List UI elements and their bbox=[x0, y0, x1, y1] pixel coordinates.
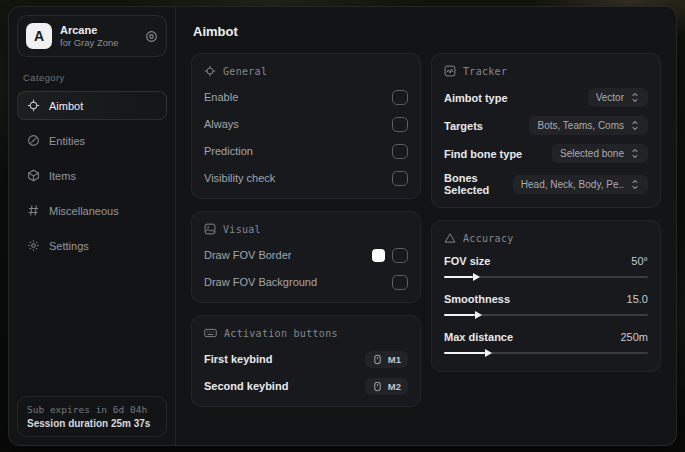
activity-icon bbox=[444, 65, 456, 77]
panel-accuracy: Accuracy FOV size 50° bbox=[431, 220, 661, 372]
checkbox-draw-fov-border[interactable] bbox=[392, 248, 408, 263]
setting-row-find-bone-type: Find bone type Selected bone bbox=[444, 144, 648, 163]
panel-visual: Visual Draw FOV Border Draw FOV Backgrou… bbox=[191, 211, 421, 303]
sidebar-item-miscellaneous[interactable]: Miscellaneous bbox=[17, 196, 167, 225]
select-value: Vector bbox=[596, 92, 624, 103]
checkbox-always[interactable] bbox=[392, 117, 408, 132]
setting-row-second-keybind: Second keybind M2 bbox=[204, 377, 408, 395]
keybind-button-second[interactable]: M2 bbox=[365, 378, 408, 395]
select-targets[interactable]: Bots, Teams, Coms bbox=[529, 116, 648, 135]
setting-label: Bones Selected bbox=[444, 172, 513, 196]
slider-fill bbox=[444, 276, 473, 278]
slider-value: 50° bbox=[631, 255, 648, 267]
checkbox-enable[interactable] bbox=[392, 90, 408, 105]
setting-label: Always bbox=[204, 118, 239, 130]
setting-row-prediction: Prediction bbox=[204, 142, 408, 160]
checkbox-visibility-check[interactable] bbox=[392, 171, 408, 186]
setting-row-first-keybind: First keybind M1 bbox=[204, 350, 408, 368]
panel-activation-header: Activation buttons bbox=[204, 327, 408, 339]
sidebar-item-entities[interactable]: Entities bbox=[17, 126, 167, 155]
sidebar-nav: Aimbot Entities It bbox=[17, 91, 167, 260]
select-aimbot-type[interactable]: Vector bbox=[588, 88, 648, 107]
cheat-menu-window: A Arcane for Gray Zone Category bbox=[8, 6, 677, 446]
sidebar-item-label: Aimbot bbox=[49, 100, 83, 112]
sidebar-item-label: Items bbox=[49, 170, 76, 182]
setting-label: Second keybind bbox=[204, 380, 288, 392]
aperture-icon[interactable] bbox=[145, 30, 158, 43]
checkbox-draw-fov-background[interactable] bbox=[392, 275, 408, 290]
checkbox-prediction[interactable] bbox=[392, 144, 408, 159]
sidebar-item-label: Settings bbox=[49, 240, 89, 252]
panel-general: General Enable Always Prediction bbox=[191, 53, 421, 199]
select-bones-selected[interactable]: Head, Neck, Body, Pe.. bbox=[513, 175, 648, 194]
setting-row-always: Always bbox=[204, 115, 408, 133]
chevron-up-down-icon bbox=[630, 92, 640, 103]
setting-label: First keybind bbox=[204, 353, 272, 365]
select-value: Bots, Teams, Coms bbox=[537, 120, 624, 131]
panel-accuracy-header: Accuracy bbox=[444, 232, 648, 244]
chevron-up-down-icon bbox=[630, 148, 640, 159]
keybind-value: M1 bbox=[388, 354, 401, 365]
select-value: Head, Neck, Body, Pe.. bbox=[521, 179, 624, 190]
setting-label: Targets bbox=[444, 120, 483, 132]
slider-group-smoothness: Smoothness 15.0 bbox=[444, 293, 648, 319]
slider-value: 15.0 bbox=[627, 293, 648, 305]
setting-label: Prediction bbox=[204, 145, 253, 157]
setting-row-enable: Enable bbox=[204, 88, 408, 106]
app-subtitle: for Gray Zone bbox=[60, 37, 137, 49]
subscription-info: Sub expires in 6d 04h Session duration 2… bbox=[17, 396, 167, 437]
page-title: Aimbot bbox=[193, 24, 661, 39]
sub-expiry-text: Sub expires in 6d 04h bbox=[27, 404, 157, 415]
sidebar: A Arcane for Gray Zone Category bbox=[9, 7, 176, 445]
setting-label: Visibility check bbox=[204, 172, 275, 184]
slider-fov-size[interactable] bbox=[444, 273, 648, 281]
slider-group-max-distance: Max distance 250m bbox=[444, 331, 648, 357]
keybind-value: M2 bbox=[388, 381, 401, 392]
sidebar-item-items[interactable]: Items bbox=[17, 161, 167, 190]
setting-row-aimbot-type: Aimbot type Vector bbox=[444, 88, 648, 107]
hash-icon bbox=[27, 204, 40, 217]
setting-label: Enable bbox=[204, 91, 238, 103]
setting-row-bones-selected: Bones Selected Head, Neck, Body, Pe.. bbox=[444, 172, 648, 196]
slider-smoothness[interactable] bbox=[444, 311, 648, 319]
setting-label: Max distance bbox=[444, 331, 513, 343]
triangle-icon bbox=[444, 232, 456, 244]
session-duration-text: Session duration 25m 37s bbox=[27, 418, 157, 429]
setting-label: FOV size bbox=[444, 255, 490, 267]
setting-label: Draw FOV Background bbox=[204, 276, 317, 288]
panel-title: Visual bbox=[223, 224, 261, 235]
select-find-bone-type[interactable]: Selected bone bbox=[552, 144, 648, 163]
game-background: A Arcane for Gray Zone Category bbox=[0, 0, 685, 452]
crosshair-icon bbox=[27, 99, 40, 112]
slider-max-distance[interactable] bbox=[444, 349, 648, 357]
panel-title: Activation buttons bbox=[224, 328, 338, 339]
slider-value: 250m bbox=[620, 331, 648, 343]
app-logo: A bbox=[26, 23, 52, 49]
panel-activation-buttons: Activation buttons First keybind M1 bbox=[191, 315, 421, 407]
panel-title: Accuracy bbox=[463, 233, 514, 244]
app-brand-text: Arcane for Gray Zone bbox=[60, 24, 137, 49]
sidebar-item-aimbot[interactable]: Aimbot bbox=[17, 91, 167, 120]
radar-icon bbox=[27, 134, 40, 147]
gear-icon bbox=[27, 239, 40, 252]
color-swatch-fov-border[interactable] bbox=[372, 249, 385, 262]
setting-row-draw-fov-border: Draw FOV Border bbox=[204, 246, 408, 264]
sidebar-item-settings[interactable]: Settings bbox=[17, 231, 167, 260]
setting-row-visibility-check: Visibility check bbox=[204, 169, 408, 187]
slider-fill bbox=[444, 352, 485, 354]
setting-label: Smoothness bbox=[444, 293, 510, 305]
category-label: Category bbox=[23, 71, 161, 83]
panel-general-header: General bbox=[204, 65, 408, 77]
app-brand-card: A Arcane for Gray Zone bbox=[17, 15, 167, 57]
setting-row-targets: Targets Bots, Teams, Coms bbox=[444, 116, 648, 135]
panel-tracker-header: Tracker bbox=[444, 65, 648, 77]
sidebar-item-label: Entities bbox=[49, 135, 85, 147]
panel-visual-header: Visual bbox=[204, 223, 408, 235]
mouse-icon bbox=[372, 354, 383, 365]
mouse-icon bbox=[372, 381, 383, 392]
keybind-button-first[interactable]: M1 bbox=[365, 351, 408, 368]
app-name: Arcane bbox=[60, 24, 137, 37]
slider-group-fov-size: FOV size 50° bbox=[444, 255, 648, 281]
setting-label: Draw FOV Border bbox=[204, 249, 291, 261]
sidebar-item-label: Miscellaneous bbox=[49, 205, 119, 217]
